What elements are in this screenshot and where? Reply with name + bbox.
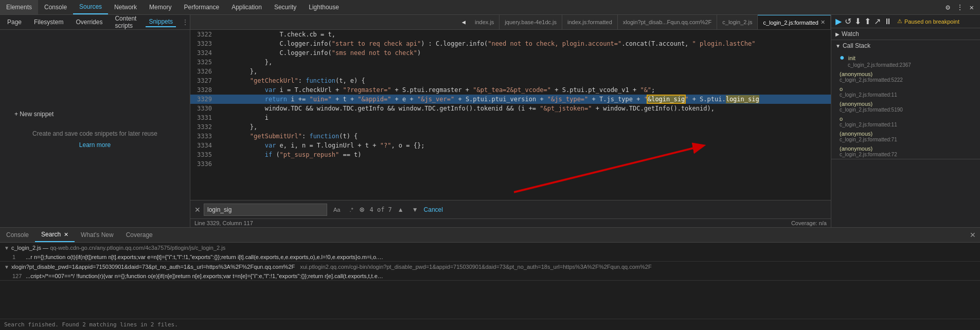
new-snippet-btn[interactable]: + New snippet: [10, 108, 58, 120]
code-line-3329: 3329 return i += "uin=" + t + "&appid=" …: [190, 95, 831, 104]
call-stack-item-3[interactable]: (anonymous) c_login_2.js:formatted:5190: [831, 99, 980, 114]
result-file-0[interactable]: ▼ c_login_2.js — qq-web.cdn-go.cn/any.pt…: [0, 243, 980, 253]
toolbar-more[interactable]: ⋮: [182, 19, 188, 26]
search-tab-label: Search: [41, 231, 61, 238]
snippet-description: Create and save code snippets for later …: [32, 130, 157, 137]
nav-performance[interactable]: Performance: [177, 0, 225, 14]
call-stack-fn-6: (anonymous): [840, 145, 872, 152]
code-line-3330: 3330 window.TDC && window.TDC.getInfo &&…: [190, 104, 831, 113]
debug-deactivate-btn[interactable]: ⏸: [884, 17, 892, 26]
tab-close-icon[interactable]: ✕: [821, 19, 825, 26]
search-prev-btn[interactable]: ▲: [395, 205, 406, 215]
nav-security[interactable]: Security: [268, 0, 302, 14]
call-stack-item-4[interactable]: o c_login_2.js:formatted:11: [831, 114, 980, 129]
bottom-panel: Console Search ✕ What's New Coverage ✕ ▼…: [0, 227, 980, 330]
call-stack-label: Call Stack: [843, 42, 870, 49]
code-line-3331: 3331 i: [190, 113, 831, 122]
tab-xlogin[interactable]: xlogin?pt_disab...Fqun.qq.com%2F: [618, 15, 717, 29]
tab-c-login[interactable]: c_login_2.js: [717, 15, 758, 29]
result-line-number: 1: [12, 254, 23, 260]
debug-step-out-btn[interactable]: ⬆: [864, 16, 871, 26]
result-line-1-0[interactable]: 127 ...cript>/*==007==*/ !function(r){va…: [0, 272, 980, 280]
call-stack-header[interactable]: ▼ Call Stack: [831, 40, 980, 51]
debug-toolbar: ▶ ↺ ⬇ ⬆ ↗ ⏸ ⚠ Paused on breakpoint: [831, 15, 980, 28]
call-stack-file-2: c_login_2.js:formatted:11: [840, 92, 976, 98]
search-close-btn[interactable]: ✕: [194, 206, 201, 214]
toolbar-overrides[interactable]: Overrides: [73, 17, 105, 27]
toolbar-filesystem[interactable]: Filesystem: [31, 17, 66, 27]
tab-index-js[interactable]: index.js: [470, 15, 500, 29]
learn-more-link[interactable]: Learn more: [79, 141, 111, 149]
tab-jquery[interactable]: jquery.base-4e1dc.js: [500, 15, 562, 29]
toolbar-snippets[interactable]: Snippets: [146, 17, 176, 27]
watch-header[interactable]: ▶ Watch: [831, 28, 980, 40]
call-stack-fn-0: init: [848, 55, 856, 61]
result-line-0-0[interactable]: 1 ...r n={};function o(t){if(n[t])return…: [0, 253, 980, 261]
toolbar-content-scripts[interactable]: Content scripts: [112, 15, 139, 30]
result-group-0: ▼ c_login_2.js — qq-web.cdn-go.cn/any.pt…: [0, 243, 980, 262]
result-file-url-1: xui.ptlogin2.qq.com/cgi-bin/xlogin?pt_di…: [300, 264, 651, 270]
breakpoint-label: Paused on breakpoint: [904, 19, 959, 25]
search-clear-btn[interactable]: ⊗: [360, 205, 365, 214]
debug-resume-btn[interactable]: ▶: [835, 16, 842, 26]
call-stack-item-1[interactable]: (anonymous) c_login_2.js:formatted:5222: [831, 69, 980, 84]
call-stack-item-0[interactable]: ● init c_login_2.js:formatted:2367: [831, 51, 980, 69]
tab-c-login-formatted[interactable]: c_login_2.js:formatted ✕: [758, 15, 831, 29]
call-stack-item-2[interactable]: o c_login_2.js:formatted:11: [831, 84, 980, 99]
call-stack-fn-4: o: [840, 116, 843, 122]
nav-application[interactable]: Application: [225, 0, 268, 14]
search-case-btn[interactable]: Aa: [330, 206, 343, 214]
warning-icon: ⚠: [897, 18, 902, 25]
call-stack-file-5: c_login_2.js:formatted:71: [840, 137, 976, 142]
snippets-area: + New snippet Create and save code snipp…: [0, 30, 190, 227]
nav-lighthouse[interactable]: Lighthouse: [302, 0, 345, 14]
code-line-3333: 3333 "getSubmitUrl": function(t) {: [190, 132, 831, 141]
result-file-name-0: c_login_2.js — qq-web.cdn-go.cn/any.ptlo…: [11, 245, 225, 251]
bottom-tab-console[interactable]: Console: [0, 228, 35, 242]
bottom-tab-search[interactable]: Search ✕: [35, 228, 75, 242]
close-icon[interactable]: ✕: [968, 1, 976, 13]
result-line-number-1: 127: [12, 273, 23, 279]
code-container[interactable]: 3322 T.check.cb = t, 3323 C.logger.info(…: [190, 30, 831, 200]
debug-step-btn[interactable]: ↗: [874, 16, 881, 26]
bottom-panel-close[interactable]: ✕: [966, 231, 980, 239]
bottom-tab-coverage[interactable]: Coverage: [120, 228, 159, 242]
watch-label: Watch: [842, 30, 859, 38]
call-stack-item-6[interactable]: (anonymous) c_login_2.js:formatted:72: [831, 144, 980, 159]
result-file-1[interactable]: ▼ xlogin?pt_disable_pwd=1&appid=71503090…: [0, 262, 980, 272]
call-stack-item-5[interactable]: (anonymous) c_login_2.js:formatted:71: [831, 129, 980, 144]
code-line-3325: 3325 },: [190, 58, 831, 67]
debug-step-into-btn[interactable]: ⬇: [854, 16, 861, 26]
nav-elements[interactable]: Elements: [0, 0, 38, 14]
tab-back-icon[interactable]: ◀: [462, 19, 466, 26]
nav-console[interactable]: Console: [38, 0, 73, 14]
search-next-btn[interactable]: ▼: [409, 205, 421, 215]
bottom-tab-whats-new[interactable]: What's New: [75, 228, 120, 242]
nav-network[interactable]: Network: [108, 0, 143, 14]
more-icon[interactable]: ⋮: [954, 1, 966, 13]
code-line-3323: 3323 C.logger.info("start to req check a…: [190, 39, 831, 48]
code-line-3324: 3324 C.logger.info("sms need not to chec…: [190, 48, 831, 58]
debug-step-over-btn[interactable]: ↺: [845, 16, 851, 26]
tab-index-formatted[interactable]: index.js:formatted: [562, 15, 618, 29]
active-frame-dot: ●: [840, 53, 845, 62]
search-bar: ✕ Aa .* ⊗ 4 of 7 ▲ ▼ Cancel: [190, 200, 831, 218]
search-cancel-btn[interactable]: Cancel: [424, 206, 443, 213]
toolbar-page[interactable]: Page: [4, 17, 25, 27]
nav-memory[interactable]: Memory: [143, 0, 177, 14]
search-input[interactable]: [204, 204, 327, 216]
settings-icon[interactable]: ⚙: [943, 1, 952, 13]
call-stack-fn-3: (anonymous): [840, 101, 872, 107]
result-group-1: ▼ xlogin?pt_disable_pwd=1&appid=71503090…: [0, 262, 980, 281]
nav-sources[interactable]: Sources: [73, 0, 108, 14]
call-stack-file-3: c_login_2.js:formatted:5190: [840, 107, 976, 113]
right-panel: ▶ ↺ ⬇ ⬆ ↗ ⏸ ⚠ Paused on breakpoint ▶ Wat…: [831, 15, 980, 227]
tab-label: xlogin?pt_disab...Fqun.qq.com%2F: [623, 19, 711, 25]
call-stack-fn-5: (anonymous): [840, 131, 872, 137]
code-wrapper: 3322 T.check.cb = t, 3323 C.logger.info(…: [190, 30, 831, 200]
coverage-label: Coverage: n/a: [791, 220, 827, 226]
tab-label: index.js: [475, 19, 494, 25]
watch-section: ▶ Watch: [831, 28, 980, 40]
search-tab-close[interactable]: ✕: [64, 231, 68, 238]
search-regex-btn[interactable]: .*: [346, 206, 356, 214]
